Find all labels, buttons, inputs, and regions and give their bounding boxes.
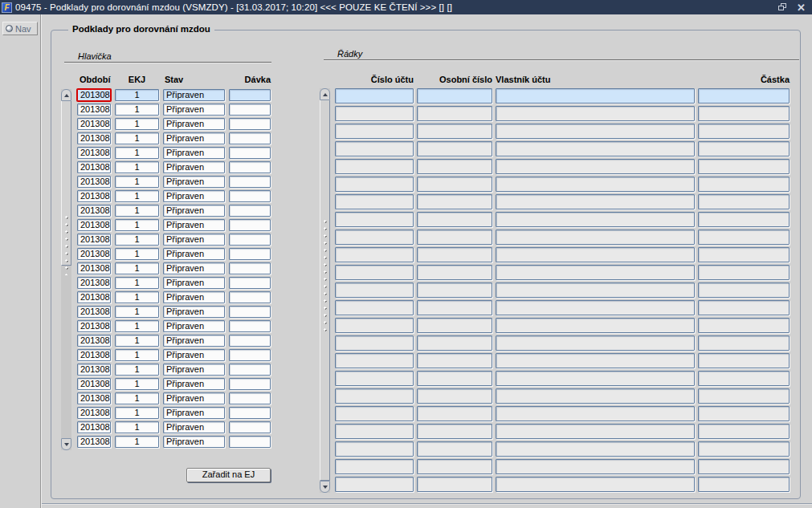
radky-field-castka[interactable] (698, 88, 790, 104)
hlavicka-field-obdobi[interactable]: 201308 (77, 104, 111, 116)
radky-field-vlastnik[interactable] (496, 318, 695, 333)
radky-field-castka[interactable] (698, 230, 790, 245)
radky-field-vlastnik[interactable] (496, 300, 695, 315)
radky-field-vlastnik[interactable] (496, 477, 695, 492)
hlavicka-field-davka[interactable] (229, 118, 271, 130)
hlavicka-field-stav[interactable]: Připraven (163, 320, 225, 332)
hlavicka-field-ekj[interactable]: 1 (115, 147, 159, 159)
radky-field-osobni[interactable] (417, 106, 492, 121)
radky-field-osobni[interactable] (417, 441, 492, 457)
radky-field-osobni[interactable] (417, 424, 492, 439)
hlavicka-field-ekj[interactable]: 1 (115, 118, 159, 130)
radky-field-cislo[interactable] (335, 124, 414, 139)
hlavicka-field-obdobi[interactable]: 201308 (77, 176, 111, 188)
radky-field-castka[interactable] (698, 388, 790, 404)
hlavicka-field-davka[interactable] (229, 104, 271, 116)
hlavicka-field-stav[interactable]: Připraven (163, 349, 225, 361)
hlavicka-field-stav[interactable]: Připraven (163, 205, 225, 217)
hlavicka-scroll-up-icon[interactable] (61, 89, 71, 101)
hlavicka-field-davka[interactable] (229, 234, 271, 246)
radky-field-castka[interactable] (698, 141, 790, 156)
hlavicka-field-davka[interactable] (229, 291, 271, 303)
radky-field-cislo[interactable] (335, 212, 414, 227)
hlavicka-field-obdobi[interactable]: 201308 (77, 147, 111, 159)
hlavicka-field-obdobi[interactable]: 201308 (77, 89, 111, 101)
radky-field-cislo[interactable] (335, 300, 414, 315)
title-bar[interactable]: F 09475 - Podklady pro dorovnání mzdou (… (0, 0, 812, 14)
radky-field-castka[interactable] (698, 353, 790, 368)
hlavicka-field-ekj[interactable]: 1 (115, 349, 159, 361)
radky-field-vlastnik[interactable] (496, 212, 695, 227)
hlavicka-field-davka[interactable] (229, 147, 271, 159)
radky-field-cislo[interactable] (335, 371, 414, 386)
hlavicka-field-ekj[interactable]: 1 (115, 364, 159, 376)
hlavicka-field-stav[interactable]: Připraven (163, 147, 225, 159)
radky-field-vlastnik[interactable] (496, 459, 695, 474)
radky-field-vlastnik[interactable] (496, 388, 695, 404)
radky-field-vlastnik[interactable] (496, 88, 695, 104)
hlavicka-field-obdobi[interactable]: 201308 (77, 248, 111, 260)
hlavicka-field-obdobi[interactable]: 201308 (77, 349, 111, 361)
radky-field-vlastnik[interactable] (496, 424, 695, 439)
hlavicka-field-ekj[interactable]: 1 (115, 248, 159, 260)
radky-field-castka[interactable] (698, 212, 790, 227)
radky-field-vlastnik[interactable] (496, 106, 695, 121)
radky-field-osobni[interactable] (417, 353, 492, 368)
hlavicka-field-obdobi[interactable]: 201308 (77, 421, 111, 433)
hlavicka-field-davka[interactable] (229, 262, 271, 274)
hlavicka-field-stav[interactable]: Připraven (163, 262, 225, 274)
radky-field-vlastnik[interactable] (496, 247, 695, 262)
close-window-icon[interactable]: ✕ (797, 2, 806, 13)
radky-field-cislo[interactable] (335, 88, 414, 104)
hlavicka-scroll-down-icon[interactable] (61, 438, 71, 450)
radky-field-cislo[interactable] (335, 159, 414, 174)
hlavicka-field-stav[interactable]: Připraven (163, 407, 225, 419)
radky-field-castka[interactable] (698, 441, 790, 457)
hlavicka-field-ekj[interactable]: 1 (115, 306, 159, 318)
hlavicka-field-stav[interactable]: Připraven (163, 364, 225, 376)
hlavicka-field-davka[interactable] (229, 421, 271, 433)
radky-field-vlastnik[interactable] (496, 441, 695, 457)
hlavicka-field-obdobi[interactable]: 201308 (77, 320, 111, 332)
radky-field-cislo[interactable] (335, 247, 414, 262)
hlavicka-field-stav[interactable]: Připraven (163, 421, 225, 433)
radky-field-cislo[interactable] (335, 282, 414, 298)
radky-field-cislo[interactable] (335, 106, 414, 121)
hlavicka-field-ekj[interactable]: 1 (115, 392, 159, 404)
radky-field-cislo[interactable] (335, 424, 414, 439)
radky-field-vlastnik[interactable] (496, 230, 695, 245)
radky-field-cislo[interactable] (335, 459, 414, 474)
hlavicka-field-ekj[interactable]: 1 (115, 262, 159, 274)
restore-window-icon[interactable] (778, 3, 787, 11)
hlavicka-field-stav[interactable]: Připraven (163, 176, 225, 188)
radky-field-cislo[interactable] (335, 141, 414, 156)
hlavicka-field-ekj[interactable]: 1 (115, 219, 159, 231)
radky-field-cislo[interactable] (335, 477, 414, 492)
radky-field-castka[interactable] (698, 159, 790, 174)
hlavicka-field-stav[interactable]: Připraven (163, 190, 225, 202)
hlavicka-field-davka[interactable] (229, 364, 271, 376)
hlavicka-field-stav[interactable]: Připraven (163, 306, 225, 318)
radky-field-vlastnik[interactable] (496, 124, 695, 139)
radky-field-vlastnik[interactable] (496, 406, 695, 421)
radky-field-cislo[interactable] (335, 318, 414, 333)
hlavicka-field-obdobi[interactable]: 201308 (77, 392, 111, 404)
radky-field-cislo[interactable] (335, 194, 414, 209)
hlavicka-field-ekj[interactable]: 1 (115, 89, 159, 101)
radky-scroll-down-icon[interactable] (320, 481, 330, 493)
radky-field-vlastnik[interactable] (496, 177, 695, 192)
hlavicka-field-obdobi[interactable]: 201308 (77, 436, 111, 448)
radky-field-castka[interactable] (698, 459, 790, 474)
radky-field-castka[interactable] (698, 247, 790, 262)
radky-field-osobni[interactable] (417, 159, 492, 174)
radky-field-osobni[interactable] (417, 247, 492, 262)
radky-field-vlastnik[interactable] (496, 335, 695, 351)
radky-field-osobni[interactable] (417, 177, 492, 192)
hlavicka-field-ekj[interactable]: 1 (115, 104, 159, 116)
hlavicka-field-stav[interactable]: Připraven (163, 104, 225, 116)
hlavicka-field-obdobi[interactable]: 201308 (77, 378, 111, 390)
radky-field-castka[interactable] (698, 177, 790, 192)
radky-field-osobni[interactable] (417, 88, 492, 104)
radky-field-castka[interactable] (698, 424, 790, 439)
radky-field-osobni[interactable] (417, 300, 492, 315)
